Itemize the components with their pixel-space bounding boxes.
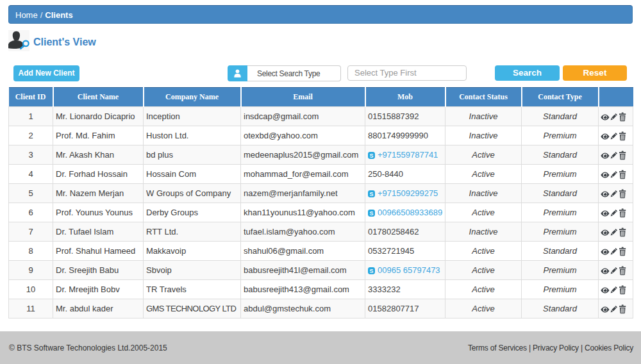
svg-text:S: S — [370, 268, 374, 274]
svg-text:S: S — [370, 153, 374, 159]
svg-text:S: S — [370, 210, 374, 217]
svg-text:S: S — [370, 191, 374, 197]
